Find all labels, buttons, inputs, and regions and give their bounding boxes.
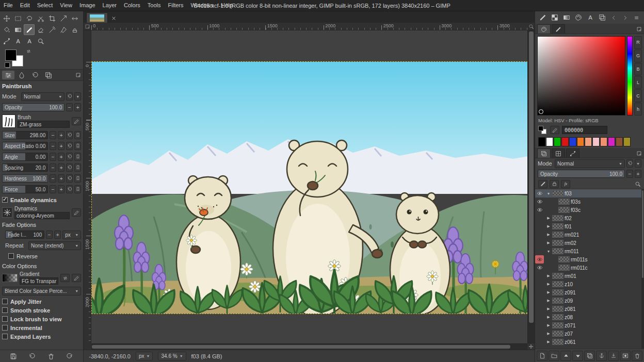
- bucket-fill-tool[interactable]: [1, 24, 12, 35]
- layer-row-z10[interactable]: ▶z10: [535, 280, 641, 288]
- layer-visibility-toggle[interactable]: [535, 198, 544, 206]
- color-swatch[interactable]: [569, 137, 576, 146]
- aspect-ratio-slider[interactable]: Aspect Ratio0.00: [2, 142, 48, 150]
- menu-tools[interactable]: Tools: [144, 0, 165, 11]
- layer-opacity-increase-button[interactable]: +: [635, 170, 641, 178]
- move-tool[interactable]: [1, 13, 12, 24]
- airbrush-tool[interactable]: [46, 24, 57, 35]
- layer-visibility-toggle[interactable]: [535, 214, 544, 222]
- anchor-layer-button[interactable]: [596, 351, 607, 361]
- crop-tool[interactable]: [46, 13, 57, 24]
- opacity-increase-button[interactable]: +: [74, 103, 81, 111]
- color-swatch[interactable]: [600, 137, 607, 146]
- reset-tool-options-button[interactable]: [66, 353, 73, 360]
- dock-tab-menu[interactable]: [631, 13, 642, 22]
- lock-alpha-toggle[interactable]: [561, 180, 570, 188]
- paths-tool[interactable]: [1, 36, 12, 46]
- color-swatch[interactable]: [623, 137, 631, 146]
- spacing-slider[interactable]: Spacing20.0: [2, 163, 48, 172]
- layer-expander[interactable]: ▶: [546, 216, 551, 220]
- layer-visibility-toggle[interactable]: [535, 288, 544, 297]
- menu-image[interactable]: Image: [76, 0, 99, 11]
- layer-row-z071[interactable]: ▶z071: [535, 321, 641, 330]
- gradient-selector[interactable]: Gradient FG to Transpar: [2, 271, 81, 285]
- color-swatch[interactable]: [616, 137, 623, 146]
- menu-filters[interactable]: Filters: [165, 0, 187, 11]
- text-tool[interactable]: [12, 36, 23, 46]
- layer-visibility-toggle[interactable]: [535, 239, 544, 247]
- clone-tool[interactable]: [69, 24, 80, 35]
- aspect-ratio-reset-button[interactable]: [66, 142, 73, 150]
- color-cursor[interactable]: [539, 109, 543, 114]
- spacing-reset-button[interactable]: [66, 163, 73, 172]
- new-layer-button[interactable]: [537, 351, 548, 361]
- merge-down-button[interactable]: [608, 351, 619, 361]
- restore-tool-preset-button[interactable]: [28, 353, 36, 360]
- fade-decrease-button[interactable]: −: [46, 231, 53, 239]
- layer-expander[interactable]: ▶: [546, 307, 551, 311]
- text-edit-tool[interactable]: [24, 36, 35, 46]
- add-mask-button[interactable]: [620, 351, 631, 361]
- dock-tab-scroll-left[interactable]: [608, 13, 619, 22]
- horizontal-scrollbar[interactable]: [91, 343, 527, 350]
- free-select-tool[interactable]: [24, 13, 35, 24]
- layer-mode-menu-button[interactable]: ▼: [635, 159, 641, 168]
- hardness-slider[interactable]: Hardness100.0: [2, 174, 48, 183]
- mini-fg-bg[interactable]: [538, 126, 548, 135]
- flip-gradient-button[interactable]: [60, 274, 70, 282]
- layer-visibility-toggle[interactable]: [535, 272, 544, 280]
- canvas-viewport[interactable]: [91, 30, 527, 343]
- scissors-select-tool[interactable]: [35, 13, 46, 24]
- menu-layer[interactable]: Layer: [99, 0, 121, 11]
- layer-row-z081[interactable]: ▶z081: [535, 305, 641, 313]
- device-status-tab[interactable]: [15, 71, 28, 79]
- duplicate-layer-button[interactable]: [584, 351, 595, 361]
- layer-expander[interactable]: ▶: [546, 315, 551, 319]
- layer-row-f03s[interactable]: f03s: [535, 198, 641, 206]
- size-link-button[interactable]: [74, 131, 81, 139]
- force-increase-button[interactable]: +: [58, 185, 65, 193]
- menu-help[interactable]: Help: [217, 0, 236, 11]
- force-link-button[interactable]: [74, 185, 81, 193]
- layer-row-rm02[interactable]: ▶rm02: [535, 239, 641, 247]
- hue-strip[interactable]: [627, 36, 633, 116]
- layers-dock-menu-button[interactable]: [636, 151, 642, 156]
- edit-gradient-button[interactable]: [72, 274, 81, 282]
- size-decrease-button[interactable]: −: [50, 131, 56, 139]
- dock-brushes[interactable]: [537, 13, 548, 22]
- tool-options-tab[interactable]: [2, 71, 14, 79]
- lower-layer-button[interactable]: [572, 351, 583, 361]
- ruler-origin-button[interactable]: [84, 23, 91, 30]
- smooth-stroke-checkbox[interactable]: [2, 307, 8, 313]
- layer-visibility-toggle[interactable]: [535, 206, 544, 214]
- layer-expander[interactable]: ▶: [546, 241, 551, 245]
- color-swatch[interactable]: [585, 137, 592, 146]
- blend-color-space-select[interactable]: Blend Color Space Perce... ▼: [2, 287, 81, 295]
- angle-reset-button[interactable]: [66, 153, 73, 161]
- layer-visibility-toggle[interactable]: [535, 280, 544, 288]
- close-image-button[interactable]: [109, 13, 118, 23]
- unit-select[interactable]: px ▼: [136, 352, 153, 360]
- layer-visibility-toggle[interactable]: [535, 264, 544, 272]
- aspect-ratio-decrease-button[interactable]: −: [50, 142, 56, 150]
- horizontal-ruler[interactable]: 0500100015002000250030003500: [91, 23, 527, 30]
- zoom-select[interactable]: 34.6 % ▼: [158, 352, 186, 360]
- layer-expander[interactable]: ▶: [546, 274, 551, 278]
- angle-increase-button[interactable]: +: [58, 153, 65, 161]
- layer-row-rm011[interactable]: ▼rm011: [535, 247, 641, 255]
- vertical-scrollbar-thumb[interactable]: [529, 31, 534, 323]
- mode-switch-button[interactable]: [66, 92, 73, 101]
- delete-layer-button[interactable]: [632, 351, 642, 361]
- layers-scrollbar[interactable]: [641, 189, 644, 349]
- layer-row-z07[interactable]: ▶z07: [535, 330, 641, 338]
- vertical-scrollbar[interactable]: [527, 30, 535, 343]
- force-reset-button[interactable]: [66, 185, 73, 193]
- gradient-tool[interactable]: [12, 24, 23, 35]
- new-group-button[interactable]: [549, 351, 559, 361]
- save-tool-preset-button[interactable]: [10, 353, 17, 360]
- canvas[interactable]: [92, 62, 527, 314]
- layer-row-f01[interactable]: ▶f01: [535, 222, 641, 231]
- foreground-color-swatch[interactable]: [5, 50, 17, 61]
- layer-expander[interactable]: ▶: [546, 282, 551, 286]
- dynamics-selector[interactable]: Dynamics coloring-Aryeom: [2, 206, 81, 219]
